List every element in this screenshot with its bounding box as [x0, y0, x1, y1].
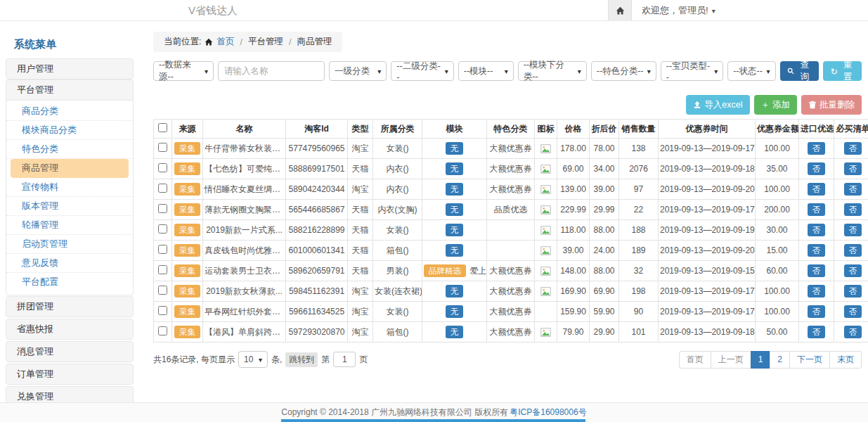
- row-checkbox[interactable]: [158, 326, 167, 335]
- row-checkbox[interactable]: [158, 184, 167, 193]
- sidebar-submenu-item[interactable]: 轮播管理: [6, 216, 133, 235]
- must-buy-toggle[interactable]: 否: [844, 326, 862, 339]
- row-checkbox[interactable]: [158, 245, 167, 254]
- price: 159.90: [557, 302, 590, 322]
- icp-link[interactable]: 粤ICP备16098006号: [510, 407, 586, 418]
- item-type-select[interactable]: --宝贝类型--▾: [661, 61, 723, 81]
- sidebar-title: 系统菜单: [6, 32, 134, 58]
- row-checkbox[interactable]: [158, 224, 167, 234]
- must-buy-toggle[interactable]: 否: [844, 244, 862, 257]
- sidebar-group[interactable]: 消息管理: [6, 341, 134, 362]
- sidebar-submenu-item[interactable]: 商品分类: [6, 102, 133, 121]
- user-menu[interactable]: 欢迎您，管理员! ▾: [632, 0, 715, 21]
- page-suffix: 页: [359, 354, 368, 366]
- sidebar-group-platform[interactable]: 平台管理: [6, 79, 134, 101]
- data-source-select[interactable]: --数据来源--▾: [153, 61, 214, 81]
- column-header: 折后价: [590, 120, 619, 139]
- sidebar-group[interactable]: 订单管理: [6, 364, 134, 385]
- sidebar-group-user[interactable]: 用户管理: [6, 58, 134, 79]
- must-buy-toggle[interactable]: 否: [844, 203, 862, 217]
- must-buy-toggle[interactable]: 否: [844, 305, 862, 319]
- module-none-badge[interactable]: 无: [446, 224, 464, 237]
- must-buy-toggle[interactable]: 否: [844, 264, 862, 278]
- sidebar-submenu-item[interactable]: 特色分类: [6, 140, 133, 159]
- module-none-badge[interactable]: 无: [446, 244, 464, 257]
- must-buy-toggle[interactable]: 否: [844, 162, 862, 176]
- pager-last[interactable]: 末页: [829, 351, 862, 369]
- product-category: 女装(): [373, 139, 422, 159]
- sidebar-submenu-item[interactable]: 启动页管理: [6, 235, 133, 254]
- product-type: 天猫: [348, 220, 373, 241]
- batch-delete-button[interactable]: 批量删除: [801, 95, 862, 115]
- table-row: 采集 2019新款女秋薄款... 598451162391 淘宝 女装(连衣裙)…: [154, 281, 868, 302]
- imported-toggle[interactable]: 否: [808, 244, 826, 257]
- imported-toggle[interactable]: 否: [808, 142, 826, 155]
- name-search-input[interactable]: [218, 61, 325, 81]
- category2-select[interactable]: --二级分类--▾: [391, 61, 453, 81]
- thumbnail-image-icon: [540, 225, 551, 235]
- main-content: 当前位置: 首页 / 平台管理 / 商品管理 --数据来源--▾ 一级分类▾ -…: [153, 32, 862, 369]
- taoke-id: 596611634525: [286, 302, 348, 322]
- sidebar-group[interactable]: 省惠快报: [6, 319, 134, 340]
- imported-toggle[interactable]: 否: [808, 326, 826, 339]
- row-checkbox[interactable]: [158, 265, 167, 274]
- must-buy-toggle[interactable]: 否: [844, 224, 862, 237]
- must-buy-toggle[interactable]: 否: [844, 142, 862, 155]
- sidebar-submenu-item[interactable]: 商品管理: [11, 159, 129, 178]
- module-badge: 品牌精选: [424, 264, 466, 278]
- pager-page-1[interactable]: 1: [751, 351, 771, 369]
- status-select[interactable]: --状态--▾: [727, 61, 775, 81]
- sidebar-group[interactable]: 兑换管理: [6, 386, 134, 402]
- row-checkbox[interactable]: [158, 163, 167, 172]
- jump-button[interactable]: 跳转到: [285, 352, 318, 367]
- imported-toggle[interactable]: 否: [808, 285, 826, 298]
- sidebar-group[interactable]: 拼团管理: [6, 296, 134, 317]
- add-button[interactable]: ＋ 添加: [754, 95, 798, 115]
- sidebar-submenu-item[interactable]: 平台配置: [6, 273, 133, 292]
- imported-toggle[interactable]: 否: [808, 264, 826, 278]
- imported-toggle[interactable]: 否: [808, 162, 826, 176]
- feature-select[interactable]: --特色分类--▾: [591, 61, 656, 81]
- pager-prev[interactable]: 上一页: [711, 351, 751, 369]
- category1-select[interactable]: 一级分类▾: [329, 61, 387, 81]
- module-none-badge[interactable]: 无: [446, 203, 464, 217]
- row-checkbox[interactable]: [158, 143, 167, 152]
- imported-toggle[interactable]: 否: [808, 305, 826, 319]
- breadcrumb-home-link[interactable]: 首页: [216, 36, 234, 48]
- import-excel-button[interactable]: 导入excel: [686, 95, 749, 115]
- imported-toggle[interactable]: 否: [808, 203, 826, 217]
- query-button[interactable]: 查询: [780, 61, 820, 81]
- row-checkbox[interactable]: [158, 306, 167, 315]
- sidebar-submenu-item[interactable]: 意见反馈: [6, 254, 133, 273]
- coupon-time: 2019-09-13—2019-09-18: [659, 322, 756, 343]
- sidebar-submenu-item[interactable]: 版本管理: [6, 197, 133, 216]
- sidebar-submenu-item[interactable]: 模块商品分类: [6, 121, 133, 140]
- per-page-select[interactable]: 10▾: [238, 351, 268, 368]
- sidebar-submenu-item[interactable]: 宣传物料: [6, 178, 133, 197]
- must-buy-toggle[interactable]: 否: [844, 183, 862, 196]
- pager-first[interactable]: 首页: [679, 351, 711, 369]
- pager-next[interactable]: 下一页: [789, 351, 830, 369]
- taoke-id: 588869917501: [286, 159, 348, 179]
- column-header: 所属分类: [373, 120, 422, 139]
- module-none-badge[interactable]: 无: [446, 326, 464, 339]
- page-number-input[interactable]: [333, 352, 356, 367]
- module-none-badge[interactable]: 无: [446, 285, 464, 298]
- product-name: 【七色纺】可爱纯棉家...: [203, 159, 286, 179]
- reset-button[interactable]: ↻ 重置: [823, 61, 862, 81]
- imported-toggle[interactable]: 否: [808, 183, 826, 196]
- row-checkbox[interactable]: [158, 204, 167, 213]
- module-none-badge[interactable]: 无: [446, 183, 464, 196]
- module-sub-select[interactable]: --模块下分类--▾: [518, 61, 587, 81]
- module-none-badge[interactable]: 无: [446, 162, 464, 176]
- module-select[interactable]: --模块--▾: [458, 61, 514, 81]
- home-button[interactable]: [608, 0, 632, 21]
- pager-page-2[interactable]: 2: [770, 351, 790, 369]
- module-none-badge[interactable]: 无: [446, 142, 464, 155]
- module-none-badge[interactable]: 无: [446, 305, 464, 319]
- row-checkbox[interactable]: [158, 286, 167, 295]
- must-buy-toggle[interactable]: 否: [844, 285, 862, 298]
- taoke-id: 565446685867: [286, 200, 348, 220]
- imported-toggle[interactable]: 否: [808, 224, 826, 237]
- select-all-checkbox[interactable]: [158, 123, 167, 132]
